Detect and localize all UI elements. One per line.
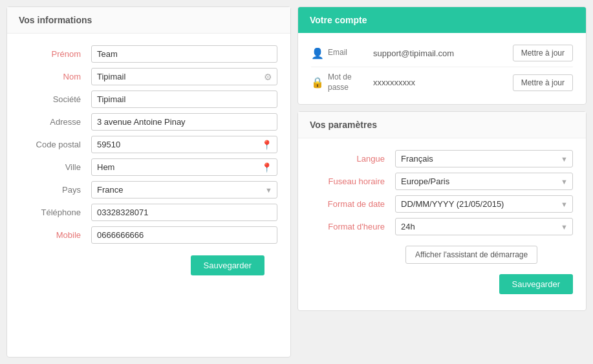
adresse-row: Adresse [20,113,277,131]
prenom-label: Prénom [20,49,91,59]
fuseau-select-wrapper: Europe/Paris UTC America/New_York ▼ [395,173,573,190]
heure-format-row: Format d'heure 24h 12h ▼ [311,218,573,235]
password-update-button[interactable]: Mettre à jour [513,74,573,91]
ville-input[interactable] [91,158,277,176]
societe-label: Société [20,94,91,104]
email-update-button[interactable]: Mettre à jour [513,45,573,61]
settings-body: Langue Français English Español ▼ Fuseau… [298,138,586,301]
mobile-label: Mobile [20,230,91,240]
adresse-input[interactable] [91,113,277,131]
email-row: 👤 Email support@tipimail.com Mettre à jo… [311,39,573,67]
mobile-input[interactable] [91,226,277,244]
password-row: 🔒 Mot de passe xxxxxxxxxx Mettre à jour [311,67,573,98]
account-header: Votre compte [298,7,586,33]
prenom-input[interactable] [91,45,277,63]
left-panel: Vos informations Prénom Nom ⚙ Société Ad… [6,6,291,358]
code-postal-wrapper: 📍 [91,136,277,153]
pays-select-wrapper: France Belgique Suisse ▼ [91,181,277,198]
settings-save-button[interactable]: Sauvegarder [499,274,573,294]
fuseau-label: Fuseau horaire [311,177,395,186]
form-body: Prénom Nom ⚙ Société Adresse Code postal… [7,34,290,282]
email-field-label: Email [328,48,373,58]
nom-icon: ⚙ [264,72,272,82]
email-user-icon: 👤 [311,47,328,59]
settings-save-row: Sauvegarder [311,268,573,294]
settings-header: Vos paramètres [298,112,586,138]
nom-input[interactable] [91,68,277,85]
save-row: Sauvegarder [20,249,277,275]
ville-location-icon: 📍 [261,162,272,173]
date-format-label: Format de date [311,199,395,209]
left-panel-header: Vos informations [7,7,290,34]
heure-format-label: Format d'heure [311,222,395,231]
adresse-label: Adresse [20,117,91,127]
langue-row: Langue Français English Español ▼ [311,150,573,167]
societe-input[interactable] [91,91,277,108]
telephone-input[interactable] [91,204,277,221]
societe-row: Société [20,91,277,108]
heure-format-select[interactable]: 24h 12h [395,218,573,235]
fuseau-row: Fuseau horaire Europe/Paris UTC America/… [311,173,573,190]
code-postal-input[interactable] [91,136,277,153]
mobile-row: Mobile [20,226,277,244]
heure-format-select-wrapper: 24h 12h ▼ [395,218,573,235]
pays-label: Pays [20,185,91,195]
telephone-label: Téléphone [20,208,91,217]
telephone-row: Téléphone [20,204,277,221]
ville-label: Ville [20,162,91,172]
password-field-label: Mot de passe [328,72,373,92]
date-format-row: Format de date DD/MM/YYYY (21/05/2015) M… [311,195,573,213]
date-format-select[interactable]: DD/MM/YYYY (21/05/2015) MM/DD/YYYY YYYY-… [395,195,573,213]
nom-label: Nom [20,72,91,81]
langue-select-wrapper: Français English Español ▼ [395,150,573,167]
assistant-button[interactable]: Afficher l'assistant de démarrage [405,246,537,264]
ville-row: Ville 📍 [20,158,277,176]
left-save-button[interactable]: Sauvegarder [191,255,264,275]
langue-label: Langue [311,154,395,164]
email-value: support@tipimail.com [373,48,513,58]
code-postal-row: Code postal 📍 [20,136,277,153]
nom-row: Nom ⚙ [20,68,277,85]
code-postal-location-icon: 📍 [261,140,272,150]
date-format-select-wrapper: DD/MM/YYYY (21/05/2015) MM/DD/YYYY YYYY-… [395,195,573,213]
settings-card: Vos paramètres Langue Français English E… [297,111,587,311]
nom-input-wrapper: ⚙ [91,68,277,85]
pays-row: Pays France Belgique Suisse ▼ [20,181,277,198]
password-lock-icon: 🔒 [311,76,328,89]
password-value: xxxxxxxxxx [373,78,513,87]
assistant-row: Afficher l'assistant de démarrage [311,241,573,264]
right-panel: Votre compte 👤 Email support@tipimail.co… [297,6,587,358]
langue-select[interactable]: Français English Español [395,150,573,167]
ville-wrapper: 📍 [91,158,277,176]
code-postal-label: Code postal [20,140,91,149]
account-card: Votre compte 👤 Email support@tipimail.co… [297,6,587,105]
fuseau-select[interactable]: Europe/Paris UTC America/New_York [395,173,573,190]
prenom-row: Prénom [20,45,277,63]
account-body: 👤 Email support@tipimail.com Mettre à jo… [298,33,586,104]
pays-select[interactable]: France Belgique Suisse [91,181,277,198]
